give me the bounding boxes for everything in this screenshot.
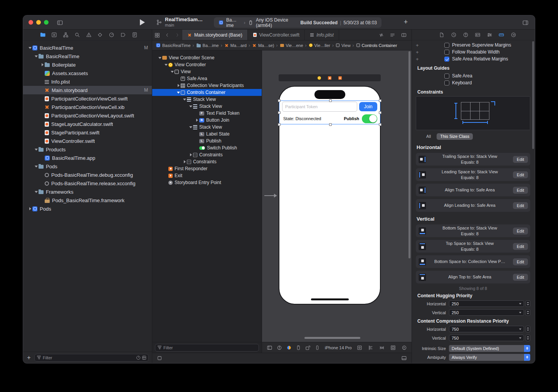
breadcrumb-item[interactable]: Vie…ene xyxy=(280,43,303,48)
breadcrumb-item[interactable]: Controls Container xyxy=(356,43,397,48)
outline-row[interactable]: Switch Publish xyxy=(152,144,262,151)
library-button[interactable]: + xyxy=(402,18,410,26)
symbol-navigator-icon[interactable] xyxy=(62,32,69,39)
checkbox[interactable] xyxy=(444,50,449,55)
device-name[interactable]: iPhone 14 Pro xyxy=(325,345,352,350)
selection-handle[interactable] xyxy=(379,99,382,102)
attributes-inspector-icon[interactable] xyxy=(486,32,493,39)
test-navigator-icon[interactable] xyxy=(97,32,104,39)
outline-row[interactable]: BButton Join xyxy=(152,117,262,124)
editor-tab[interactable]: Main.storyboard (Base) xyxy=(182,30,248,40)
selection-handle[interactable] xyxy=(278,123,281,126)
priority-combo[interactable]: 250 xyxy=(449,309,524,316)
quick-help-inspector-icon[interactable] xyxy=(462,32,469,39)
outline-row[interactable]: Storyboard Entry Point xyxy=(152,179,262,186)
constraint-row[interactable]: Leading Space to: Stack ViewEquals: 8Edi… xyxy=(416,168,530,181)
view-controller-icon[interactable] xyxy=(318,76,321,79)
outline-row[interactable]: First Responder xyxy=(152,165,262,172)
checkbox[interactable] xyxy=(444,80,449,85)
inspector-scrollbar[interactable] xyxy=(532,41,534,149)
add-file-button[interactable]: + xyxy=(26,355,32,361)
back-button[interactable] xyxy=(162,30,172,40)
add-variation-button[interactable]: + xyxy=(416,42,420,48)
file-row[interactable]: Pods-BasicRealTime.debug.xcconfig xyxy=(23,171,152,179)
file-row[interactable]: Main.storyboardM xyxy=(23,86,152,94)
file-row[interactable]: Pods xyxy=(23,204,152,213)
outline-row[interactable]: Stack View xyxy=(152,124,262,131)
constraint-row[interactable]: Bottom Space to: Collection View P…Edit xyxy=(416,255,530,268)
priority-combo[interactable]: 750 xyxy=(449,335,524,341)
disclosure-right-icon[interactable] xyxy=(176,84,181,87)
checkbox[interactable] xyxy=(444,43,449,48)
outline-filter-input[interactable]: Filter xyxy=(155,344,259,352)
join-button[interactable]: Join xyxy=(359,102,377,111)
source-control-summary[interactable]: RealTimeSam… main xyxy=(156,17,203,28)
device-icon[interactable] xyxy=(315,345,320,350)
outline-row[interactable]: View Controller xyxy=(152,61,262,68)
identity-inspector-icon[interactable] xyxy=(474,32,481,39)
file-row[interactable]: Pods-BasicRealTime.release.xcconfig xyxy=(23,179,152,188)
outline-row[interactable]: Constraints xyxy=(152,151,262,158)
file-row[interactable]: Pods xyxy=(23,162,152,171)
priority-combo[interactable]: 750 xyxy=(449,326,524,332)
file-inspector-icon[interactable] xyxy=(438,32,445,39)
minimize-button[interactable] xyxy=(36,20,41,25)
close-button[interactable] xyxy=(29,20,33,25)
disclosure-right-icon[interactable] xyxy=(195,119,199,122)
disclosure-right-icon[interactable] xyxy=(188,153,193,156)
disclosure-right-icon[interactable] xyxy=(40,63,45,66)
file-row[interactable]: BasicRealTime xyxy=(23,52,152,60)
report-navigator-icon[interactable] xyxy=(131,32,138,39)
navigator-panel-toggle-icon[interactable] xyxy=(55,18,64,27)
outline-row[interactable]: Controls Container xyxy=(152,89,262,96)
size-inspector-icon[interactable] xyxy=(498,32,505,39)
checkbox[interactable] xyxy=(444,57,449,62)
file-row[interactable]: Boilerplate xyxy=(23,60,152,69)
disclosure-down-icon[interactable] xyxy=(188,106,193,107)
disclosure-down-icon[interactable] xyxy=(170,71,175,73)
file-row[interactable]: Assets.xcassets xyxy=(23,69,152,77)
edit-constraint-button[interactable]: Edit xyxy=(513,202,528,209)
file-row[interactable]: Info.plist xyxy=(23,77,152,86)
find-navigator-icon[interactable] xyxy=(74,32,81,39)
constraint-row[interactable]: Align Leading to: Safe AreaEdit xyxy=(416,199,530,212)
disclosure-down-icon[interactable] xyxy=(34,149,39,151)
file-row[interactable]: Frameworks xyxy=(23,188,152,196)
constraint-row[interactable]: Trailing Space to: Stack ViewEquals: 8Ed… xyxy=(416,153,530,166)
checkbox[interactable] xyxy=(444,74,449,79)
outline-row[interactable]: View xyxy=(152,68,262,75)
run-button[interactable] xyxy=(140,19,145,25)
file-row[interactable]: Products xyxy=(23,145,152,154)
outline-row[interactable]: Stack View xyxy=(152,96,262,103)
file-row[interactable]: StageLayoutCalculator.swift xyxy=(23,120,152,128)
disclosure-down-icon[interactable] xyxy=(176,92,181,94)
selection-handle[interactable] xyxy=(379,111,382,114)
disclosure-down-icon[interactable] xyxy=(188,126,193,128)
outline-row[interactable]: Stack View xyxy=(152,103,262,110)
source-control-navigator-icon[interactable] xyxy=(51,32,58,39)
add-editor-icon[interactable] xyxy=(401,32,407,38)
selection-handle[interactable] xyxy=(329,99,332,102)
horizontal-scrollbar[interactable] xyxy=(304,337,360,339)
add-variation-button[interactable]: + xyxy=(416,49,420,55)
breadcrumb-item[interactable]: Ma…se) xyxy=(252,43,274,48)
orientation-icon[interactable] xyxy=(305,345,311,350)
file-row[interactable]: ParticipantCollectionViewLayout.swift xyxy=(23,111,152,120)
editor-tab[interactable]: Info.plist xyxy=(305,30,339,40)
outline-row[interactable]: LLabel State xyxy=(152,131,262,137)
issue-navigator-icon[interactable] xyxy=(85,32,92,39)
breadcrumb-item[interactable]: Ma…ard xyxy=(224,43,247,48)
appearance-variant-icon[interactable] xyxy=(286,345,292,350)
file-row[interactable]: ViewController.swift xyxy=(23,137,152,145)
priority-stepper[interactable] xyxy=(526,300,530,307)
outline-row[interactable]: Collection View Participants xyxy=(152,82,262,89)
destination-name[interactable]: Any iOS Device (arm64) xyxy=(256,17,297,28)
iphone-preview[interactable]: Participant Token Join State: Disconnect… xyxy=(279,86,381,305)
edit-constraint-button[interactable]: Edit xyxy=(513,228,528,235)
file-row[interactable]: BasicRealTime.app xyxy=(23,154,152,162)
edit-constraint-button[interactable]: Edit xyxy=(513,171,528,178)
disclosure-right-icon[interactable] xyxy=(28,207,32,210)
recent-files-filter-icon[interactable] xyxy=(136,356,140,360)
storyboard-canvas[interactable]: Participant Token Join State: Disconnect… xyxy=(262,50,412,342)
edit-constraint-button[interactable]: Edit xyxy=(513,156,528,163)
